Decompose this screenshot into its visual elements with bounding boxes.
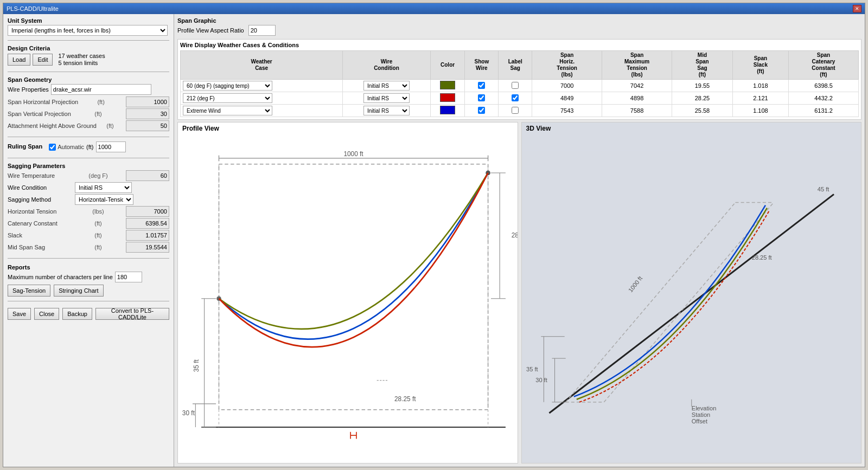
- table-row: Extreme Wind Initial RS 754: [181, 105, 859, 117]
- stringing-chart-button[interactable]: Stringing Chart: [54, 285, 103, 297]
- three-d-view-svg: 1000 ft 28.25 ft 30 ft 35 ft: [522, 123, 861, 463]
- th-show-wire: ShowWire: [465, 51, 499, 80]
- catenary-unit: (ft): [94, 220, 101, 227]
- unit-system-label: Unit System: [8, 17, 169, 24]
- wire-condition-label: Wire Condition: [8, 184, 73, 191]
- convert-button[interactable]: Convert to PLS-CADD/Lite: [95, 308, 169, 320]
- th-color: Color: [430, 51, 465, 80]
- color-swatch-2[interactable]: [440, 106, 455, 114]
- views-container: Profile View 1000 ft: [177, 122, 861, 463]
- wire-condition-select-1[interactable]: Initial RS: [363, 93, 410, 103]
- slack-unit: (ft): [94, 232, 101, 239]
- sag-tension-button[interactable]: Sag-Tension: [8, 285, 50, 297]
- profile-aspect-input[interactable]: [248, 25, 276, 36]
- span-slack-1: 2.121: [732, 92, 788, 105]
- span-horiz-1: 4849: [532, 92, 602, 105]
- show-wire-check-2[interactable]: [478, 107, 485, 114]
- mid-span-sag-1: 28.25: [672, 92, 733, 105]
- max-chars-label: Maximum number of characters per line: [8, 274, 113, 280]
- load-button[interactable]: Load: [8, 54, 30, 66]
- show-wire-check-0[interactable]: [478, 82, 485, 89]
- th-label-sag: LabelSag: [499, 51, 532, 80]
- svg-text:28.25 ft: 28.25 ft: [751, 254, 771, 261]
- reports-label: Reports: [8, 264, 169, 271]
- reports-section: Reports Maximum number of characters per…: [8, 264, 169, 297]
- design-criteria-label: Design Criteria: [8, 45, 169, 51]
- horiz-tension-unit: (lbs): [92, 208, 104, 215]
- span-slack-0: 1.018: [732, 80, 788, 92]
- wire-condition-select[interactable]: Initial RS: [75, 182, 132, 193]
- th-wire-condition: WireCondition: [343, 51, 431, 80]
- profile-view-svg: 1000 ft: [178, 123, 518, 463]
- sagging-method-select[interactable]: Horizontal-Tension: [75, 194, 133, 205]
- span-catenary-0: 6398.5: [788, 80, 858, 92]
- th-span-horiz: SpanHoriz.Tension(lbs): [532, 51, 602, 80]
- svg-rect-26: [522, 151, 861, 435]
- attach-height-input[interactable]: [128, 123, 167, 129]
- sagging-params-label: Sagging Parameters: [8, 163, 169, 169]
- span-vert-unit: (ft): [94, 111, 101, 117]
- wire-condition-select-2[interactable]: Initial RS: [363, 106, 410, 115]
- span-max-1: 4898: [602, 92, 672, 105]
- close-panel-button[interactable]: Close: [34, 308, 59, 320]
- catenary-value: 6398.54: [145, 220, 167, 227]
- table-row: 60 (deg F) (sagging temp) Initial RS: [181, 80, 859, 92]
- tension-limits-text: 5 tension limits: [58, 60, 105, 66]
- three-d-view: 3D View: [521, 122, 862, 463]
- wire-temp-unit: (deg F): [88, 172, 107, 179]
- span-horiz-input[interactable]: [128, 99, 167, 105]
- attach-height-label: Attachment Height Above Ground: [8, 123, 97, 129]
- bottom-buttons: Save Close Backup Convert to PLS-CADD/Li…: [8, 308, 169, 320]
- label-sag-check-2[interactable]: [512, 107, 519, 114]
- wire-properties-input[interactable]: [51, 84, 151, 95]
- ruling-span-input[interactable]: [96, 141, 126, 152]
- mid-span-sag-unit: (ft): [94, 244, 101, 250]
- backup-button[interactable]: Backup: [62, 308, 92, 320]
- color-swatch-1[interactable]: [440, 93, 455, 102]
- svg-text:35 ft: 35 ft: [193, 359, 200, 372]
- horiz-tension-label: Horizontal Tension: [8, 208, 73, 215]
- save-button[interactable]: Save: [8, 308, 31, 320]
- svg-text:30 ft: 30 ft: [535, 377, 547, 383]
- max-chars-input[interactable]: [115, 272, 142, 282]
- weather-case-select-1[interactable]: 212 (deg F): [183, 93, 272, 103]
- ruling-span-section: Ruling Span Automatic (ft): [8, 141, 169, 153]
- span-graphic-section: Span Graphic Profile View Aspect Ratio: [177, 17, 861, 37]
- main-window: PLS-CADD/Ultralite ✕ Unit System Imperia…: [3, 3, 865, 467]
- weather-case-select-0[interactable]: 60 (deg F) (sagging temp): [183, 81, 272, 91]
- wire-temp-input[interactable]: [128, 172, 167, 179]
- span-catenary-1: 4432.2: [788, 92, 858, 105]
- sagging-params-section: Sagging Parameters Wire Temperature (deg…: [8, 163, 169, 254]
- span-slack-2: 1.108: [732, 105, 788, 117]
- mid-span-sag-0: 19.55: [672, 80, 733, 92]
- color-swatch-0[interactable]: [440, 81, 455, 89]
- th-span-max: SpanMaximumTension(lbs): [602, 51, 672, 80]
- span-vert-label: Span Vertical Projection: [8, 111, 73, 117]
- unit-system-section: Unit System Imperial (lengths in feet, f…: [8, 17, 169, 36]
- title-bar: PLS-CADD/Ultralite ✕: [3, 3, 865, 14]
- design-criteria-section: Design Criteria Load Edit 17 weather cas…: [8, 45, 169, 67]
- close-button[interactable]: ✕: [853, 5, 861, 12]
- svg-text:28.25 ft: 28.25 ft: [512, 231, 518, 239]
- svg-text:Offset: Offset: [691, 418, 707, 424]
- label-sag-check-1[interactable]: [512, 94, 519, 101]
- span-horiz-2: 7543: [532, 105, 602, 117]
- automatic-checkbox[interactable]: [49, 144, 56, 151]
- span-vert-input[interactable]: [128, 111, 167, 117]
- svg-text:30 ft: 30 ft: [182, 409, 195, 417]
- wire-condition-select-0[interactable]: Initial RS: [363, 81, 410, 91]
- weather-case-select-2[interactable]: Extreme Wind: [183, 106, 272, 115]
- label-sag-check-0[interactable]: [512, 82, 519, 89]
- horiz-tension-input[interactable]: [128, 208, 167, 215]
- edit-button[interactable]: Edit: [33, 54, 53, 66]
- left-panel: Unit System Imperial (lengths in feet, f…: [3, 14, 174, 467]
- show-wire-check-1[interactable]: [478, 94, 485, 101]
- profile-view-label: Profile View: [182, 125, 219, 132]
- unit-system-select[interactable]: Imperial (lengths in feet, forces in lbs…: [8, 25, 168, 36]
- svg-text:45 ft: 45 ft: [817, 186, 829, 192]
- wire-properties-label: Wire Properties: [8, 86, 49, 93]
- span-graphic-title: Span Graphic: [177, 17, 861, 24]
- span-geometry-label: Span Geometry: [8, 76, 169, 83]
- span-max-2: 7588: [602, 105, 672, 117]
- slack-label: Slack: [8, 232, 73, 239]
